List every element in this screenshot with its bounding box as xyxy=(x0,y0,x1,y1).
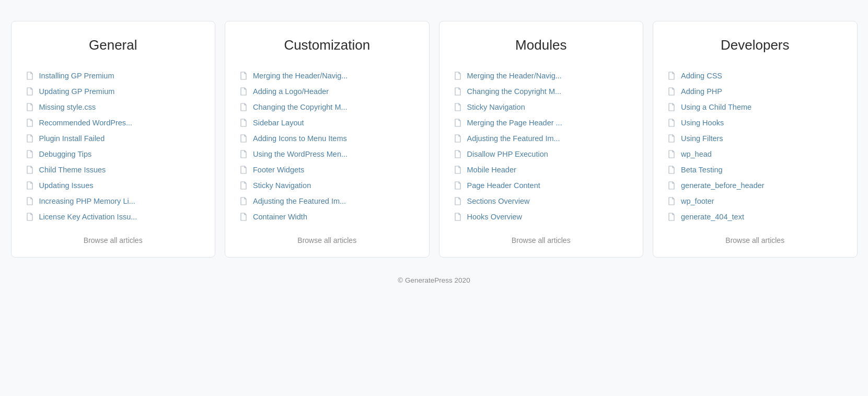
card-title-developers: Developers xyxy=(668,37,842,53)
document-icon xyxy=(26,72,34,80)
article-link[interactable]: Disallow PHP Execution xyxy=(467,150,548,158)
browse-all-developers[interactable]: Browse all articles xyxy=(668,236,842,244)
list-item: Merging the Page Header ... xyxy=(454,115,629,131)
list-item: Sections Overview xyxy=(454,193,629,209)
article-link[interactable]: Adding a Logo/Header xyxy=(253,87,329,96)
list-item: Updating GP Premium xyxy=(26,84,201,99)
article-link[interactable]: Hooks Overview xyxy=(467,213,523,221)
article-link[interactable]: Adjusting the Featured Im... xyxy=(467,134,560,143)
article-link[interactable]: Beta Testing xyxy=(681,166,723,174)
document-icon xyxy=(668,119,676,127)
list-item: Hooks Overview xyxy=(454,209,629,225)
browse-all-modules[interactable]: Browse all articles xyxy=(454,236,629,244)
list-item: generate_before_header xyxy=(668,178,842,193)
list-item: Changing the Copyright M... xyxy=(240,99,414,115)
article-link[interactable]: wp_footer xyxy=(681,197,714,205)
document-icon xyxy=(668,134,676,143)
list-item: Sticky Navigation xyxy=(454,99,629,115)
card-general: General Installing GP Premium Updating G… xyxy=(11,21,216,258)
article-link[interactable]: Using Hooks xyxy=(681,119,724,127)
article-link[interactable]: License Key Activation Issu... xyxy=(39,213,137,221)
list-item: Page Header Content xyxy=(454,178,629,193)
card-title-general: General xyxy=(26,37,201,53)
article-link[interactable]: Changing the Copyright M... xyxy=(467,87,562,96)
article-list-general: Installing GP Premium Updating GP Premiu… xyxy=(26,68,201,225)
article-link[interactable]: Plugin Install Failed xyxy=(39,134,105,143)
card-title-modules: Modules xyxy=(454,37,629,53)
document-icon xyxy=(454,72,462,80)
article-link[interactable]: generate_404_text xyxy=(681,213,744,221)
list-item: Adjusting the Featured Im... xyxy=(454,131,629,146)
list-item: Mobile Header xyxy=(454,162,629,178)
article-link[interactable]: Merging the Header/Navig... xyxy=(253,72,348,80)
article-link[interactable]: Using Filters xyxy=(681,134,723,143)
article-link[interactable]: Using a Child Theme xyxy=(681,103,751,111)
article-link[interactable]: Footer Widgets xyxy=(253,166,304,174)
document-icon xyxy=(454,103,462,111)
article-link[interactable]: Mobile Header xyxy=(467,166,516,174)
article-link[interactable]: Merging the Page Header ... xyxy=(467,119,562,127)
list-item: Plugin Install Failed xyxy=(26,131,201,146)
card-customization: Customization Merging the Header/Navig..… xyxy=(225,21,430,258)
article-link[interactable]: Sections Overview xyxy=(467,197,530,205)
document-icon xyxy=(668,181,676,190)
list-item: Adjusting the Featured Im... xyxy=(240,193,414,209)
list-item: Adding a Logo/Header xyxy=(240,84,414,99)
browse-all-general[interactable]: Browse all articles xyxy=(26,236,201,244)
document-icon xyxy=(240,103,248,111)
list-item: Changing the Copyright M... xyxy=(454,84,629,99)
list-item: wp_head xyxy=(668,146,842,162)
article-link[interactable]: Adding PHP xyxy=(681,87,722,96)
list-item: Sidebar Layout xyxy=(240,115,414,131)
document-icon xyxy=(240,181,248,190)
article-link[interactable]: wp_head xyxy=(681,150,712,158)
article-link[interactable]: Sidebar Layout xyxy=(253,119,304,127)
document-icon xyxy=(240,166,248,174)
article-link[interactable]: Increasing PHP Memory Li... xyxy=(39,197,135,205)
list-item: Child Theme Issues xyxy=(26,162,201,178)
list-item: Adding Icons to Menu Items xyxy=(240,131,414,146)
article-link[interactable]: Merging the Header/Navig... xyxy=(467,72,562,80)
article-link[interactable]: Installing GP Premium xyxy=(39,72,114,80)
article-link[interactable]: Changing the Copyright M... xyxy=(253,103,348,111)
document-icon xyxy=(240,72,248,80)
copyright-text: © GeneratePress 2020 xyxy=(398,276,470,284)
list-item: Merging the Header/Navig... xyxy=(240,68,414,84)
document-icon xyxy=(240,197,248,205)
article-link[interactable]: Using the WordPress Men... xyxy=(253,150,348,158)
document-icon xyxy=(26,103,34,111)
article-link[interactable]: Sticky Navigation xyxy=(253,181,311,190)
article-link[interactable]: Adjusting the Featured Im... xyxy=(253,197,346,205)
article-link[interactable]: Recommended WordPres... xyxy=(39,119,133,127)
article-link[interactable]: Container Width xyxy=(253,213,307,221)
article-link[interactable]: generate_before_header xyxy=(681,181,765,190)
document-icon xyxy=(26,166,34,174)
article-link[interactable]: Debugging Tips xyxy=(39,150,92,158)
document-icon xyxy=(454,166,462,174)
list-item: Using the WordPress Men... xyxy=(240,146,414,162)
list-item: License Key Activation Issu... xyxy=(26,209,201,225)
browse-all-customization[interactable]: Browse all articles xyxy=(240,236,414,244)
article-link[interactable]: Missing style.css xyxy=(39,103,96,111)
document-icon xyxy=(26,134,34,143)
list-item: Using Hooks xyxy=(668,115,842,131)
article-link[interactable]: Adding CSS xyxy=(681,72,722,80)
article-link[interactable]: Updating GP Premium xyxy=(39,87,115,96)
document-icon xyxy=(240,134,248,143)
document-icon xyxy=(26,197,34,205)
article-link[interactable]: Updating Issues xyxy=(39,181,94,190)
document-icon xyxy=(240,87,248,96)
article-link[interactable]: Child Theme Issues xyxy=(39,166,106,174)
document-icon xyxy=(668,166,676,174)
document-icon xyxy=(454,213,462,221)
list-item: Debugging Tips xyxy=(26,146,201,162)
article-link[interactable]: Page Header Content xyxy=(467,181,540,190)
list-item: Installing GP Premium xyxy=(26,68,201,84)
cards-container: General Installing GP Premium Updating G… xyxy=(11,21,858,258)
card-title-customization: Customization xyxy=(240,37,414,53)
article-link[interactable]: Adding Icons to Menu Items xyxy=(253,134,347,143)
list-item: Missing style.css xyxy=(26,99,201,115)
list-item: generate_404_text xyxy=(668,209,842,225)
document-icon xyxy=(26,119,34,127)
article-link[interactable]: Sticky Navigation xyxy=(467,103,525,111)
